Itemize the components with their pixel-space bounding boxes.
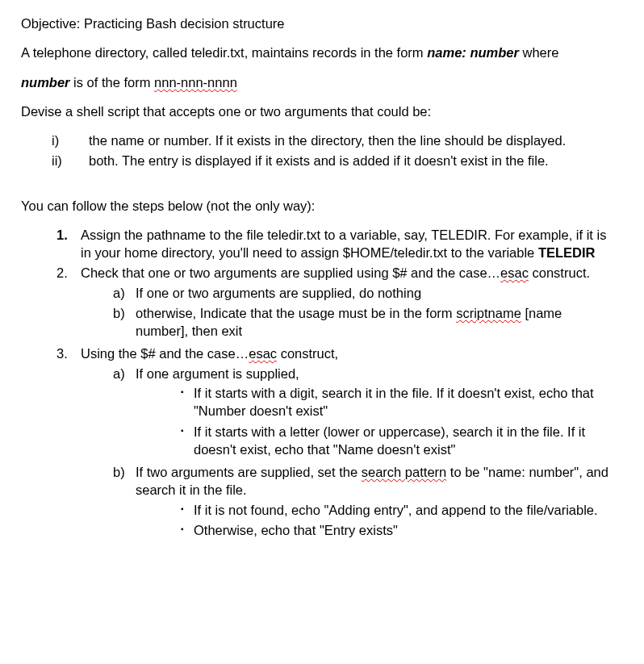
roman-item-i: i) the name or number. If it exists in t… bbox=[52, 132, 623, 149]
objective-line: Objective: Practicing Bash decision stru… bbox=[21, 15, 623, 32]
text: If two arguments are supplied, set the bbox=[136, 465, 362, 479]
step-3b: b) If two arguments are supplied, set th… bbox=[113, 463, 617, 541]
spellcheck-search: search bbox=[362, 465, 402, 479]
roman-marker: i) bbox=[52, 132, 89, 149]
spellcheck-scriptname: scriptname bbox=[456, 306, 521, 320]
roman-body: both. The entry is displayed if it exist… bbox=[89, 152, 623, 169]
spellcheck-esac: esac bbox=[500, 265, 529, 280]
bullet-body: If it starts with a letter (lower or upp… bbox=[194, 423, 610, 459]
bullet-list: ▪ If it is not found, echo "Adding entry… bbox=[181, 501, 610, 540]
bullet-list: ▪ If it starts with a digit, search it i… bbox=[181, 384, 610, 458]
text: where bbox=[519, 45, 559, 60]
text: Using the $# and the case… bbox=[81, 346, 249, 361]
step-2b: b) otherwise, Indicate that the usage mu… bbox=[113, 304, 617, 340]
step-3: 3. Using the $# and the case…esac constr… bbox=[56, 345, 623, 544]
square-bullet-icon: ▪ bbox=[181, 423, 194, 459]
alpha-body: otherwise, Indicate that the usage must … bbox=[136, 304, 617, 340]
emphasis-name-number: name: number bbox=[427, 45, 519, 60]
spellcheck-esac: esac bbox=[249, 346, 277, 361]
step-marker: 3. bbox=[56, 345, 81, 544]
text: construct. bbox=[529, 265, 590, 280]
text: construct, bbox=[277, 346, 338, 361]
step-body: Assign the pathname to the file teledir.… bbox=[81, 226, 623, 262]
intro-paragraph-3: Devise a shell script that accepts one o… bbox=[21, 102, 623, 120]
bullet-3a-1: ▪ If it starts with a digit, search it i… bbox=[181, 384, 610, 420]
alpha-list: a) If one argument is supplied, ▪ If it … bbox=[113, 365, 617, 541]
text: Assign the pathname to the file teledir.… bbox=[81, 228, 606, 260]
spellcheck-pattern: pattern bbox=[401, 465, 446, 479]
alpha-body: If one or two arguments are supplied, do… bbox=[136, 284, 617, 302]
step-3a: a) If one argument is supplied, ▪ If it … bbox=[113, 365, 617, 461]
step-2a: a) If one or two arguments are supplied,… bbox=[113, 284, 617, 302]
text: Check that one or two arguments are supp… bbox=[81, 265, 500, 280]
steps-intro: You can follow the steps below (not the … bbox=[21, 197, 623, 215]
step-1: 1. Assign the pathname to the file teled… bbox=[56, 226, 623, 262]
bullet-body: If it is not found, echo "Adding entry",… bbox=[194, 501, 610, 519]
emphasis-number: number bbox=[21, 75, 70, 90]
roman-marker: ii) bbox=[52, 152, 89, 169]
roman-body: the name or number. If it exists in the … bbox=[89, 132, 623, 149]
bullet-body: Otherwise, echo that "Entry exists" bbox=[194, 521, 610, 539]
intro-paragraph-2: number is of the form nnn-nnn-nnnn bbox=[21, 73, 623, 91]
alpha-list: a) If one or two arguments are supplied,… bbox=[113, 284, 617, 340]
step-marker: 2. bbox=[56, 264, 81, 342]
emphasis-teledir: TELEDIR bbox=[538, 245, 596, 260]
text: If one argument is supplied, bbox=[136, 366, 299, 381]
square-bullet-icon: ▪ bbox=[181, 521, 194, 539]
roman-list: i) the name or number. If it exists in t… bbox=[52, 132, 623, 170]
text: otherwise, Indicate that the usage must … bbox=[136, 306, 456, 320]
roman-item-ii: ii) both. The entry is displayed if it e… bbox=[52, 152, 623, 169]
alpha-body: If one argument is supplied, ▪ If it sta… bbox=[136, 365, 617, 461]
step-body: Using the $# and the case…esac construct… bbox=[81, 345, 623, 544]
step-body: Check that one or two arguments are supp… bbox=[81, 264, 623, 342]
intro-paragraph-1: A telephone directory, called teledir.tx… bbox=[21, 44, 623, 61]
bullet-3a-2: ▪ If it starts with a letter (lower or u… bbox=[181, 423, 610, 459]
step-marker: 1. bbox=[56, 226, 81, 262]
bullet-body: If it starts with a digit, search it in … bbox=[194, 384, 610, 420]
square-bullet-icon: ▪ bbox=[181, 384, 194, 420]
bullet-3b-1: ▪ If it is not found, echo "Adding entry… bbox=[181, 501, 610, 519]
alpha-marker: b) bbox=[113, 463, 136, 541]
numbered-list: 1. Assign the pathname to the file teled… bbox=[56, 226, 623, 544]
alpha-body: If two arguments are supplied, set the s… bbox=[136, 463, 617, 541]
alpha-marker: b) bbox=[113, 304, 136, 340]
spacer bbox=[21, 173, 623, 197]
bullet-3b-2: ▪ Otherwise, echo that "Entry exists" bbox=[181, 521, 610, 539]
alpha-marker: a) bbox=[113, 284, 136, 302]
text: A telephone directory, called teledir.tx… bbox=[21, 45, 427, 60]
text: is of the form bbox=[70, 75, 155, 90]
spellcheck-nnn: nnn-nnn-nnnn bbox=[154, 75, 237, 90]
step-2: 2. Check that one or two arguments are s… bbox=[56, 264, 623, 342]
alpha-marker: a) bbox=[113, 365, 136, 461]
square-bullet-icon: ▪ bbox=[181, 501, 194, 519]
